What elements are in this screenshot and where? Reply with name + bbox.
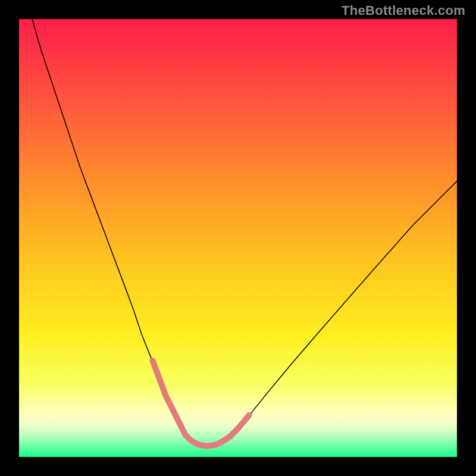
bottleneck-chart-svg <box>19 19 457 457</box>
attribution-label: TheBottleneck.com <box>342 3 465 18</box>
chart-root: TheBottleneck.com <box>0 0 476 476</box>
gradient-background <box>19 19 457 457</box>
plot-area <box>19 19 457 457</box>
